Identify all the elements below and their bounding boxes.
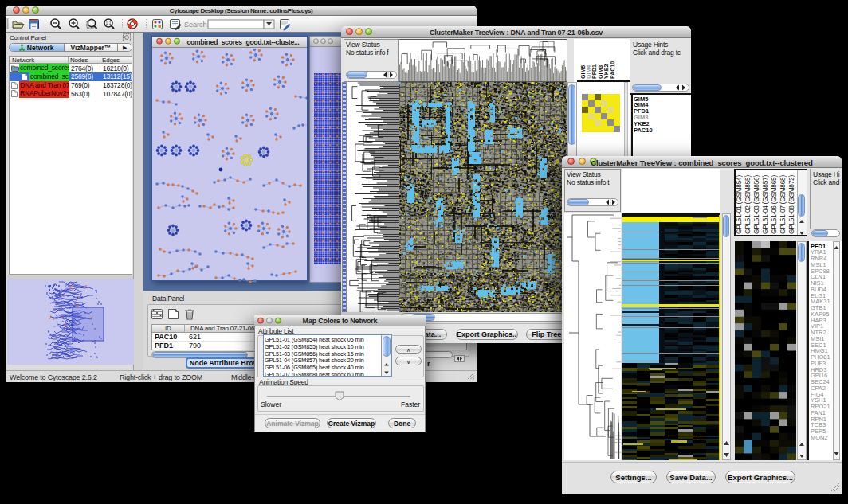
- svg-text:GPL51-08 (GSM872): GPL51-08 (GSM872): [788, 175, 795, 234]
- svg-text:GPL51-04 (GSM857): GPL51-04 (GSM857): [762, 175, 769, 234]
- svg-text:PAC10: PAC10: [610, 61, 615, 79]
- svg-text:PFD1: PFD1: [591, 64, 597, 79]
- svg-text:GPL51-02 (GSM855): GPL51-02 (GSM855): [744, 175, 752, 234]
- svg-text:GIM5: GIM5: [580, 65, 586, 79]
- svg-text:GIM3: GIM3: [598, 65, 603, 79]
- svg-text:GIM4: GIM4: [586, 65, 591, 79]
- svg-text:GPL51-07 (GSM868): GPL51-07 (GSM868): [779, 175, 787, 234]
- svg-text:YKE2: YKE2: [603, 64, 609, 79]
- svg-text:Search:: Search:: [184, 21, 209, 29]
- svg-text:GPL51-01 (GSM854): GPL51-01 (GSM854): [736, 175, 743, 234]
- svg-text:GPL51-06 (GSM865): GPL51-06 (GSM865): [771, 175, 778, 234]
- svg-text:1:1: 1:1: [106, 21, 112, 25]
- svg-text:GPL51-03 (GSM856): GPL51-03 (GSM856): [753, 175, 760, 234]
